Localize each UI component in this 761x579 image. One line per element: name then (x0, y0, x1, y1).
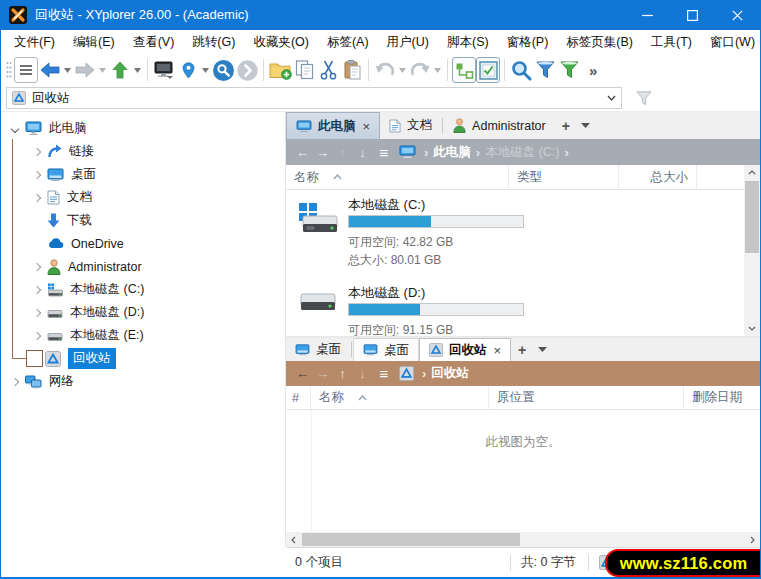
title-bar[interactable]: 回收站 - XYplorer 26.00 - (Academic) (1, 0, 760, 30)
column-header-delete-date[interactable]: 删除日期 (684, 386, 760, 409)
tab-administrator[interactable]: Administrator (444, 112, 555, 139)
tree-item-network[interactable]: 网络 (1, 370, 285, 393)
find-button[interactable] (211, 57, 235, 83)
scroll-up-arrow[interactable] (744, 165, 760, 180)
menu-user[interactable]: 用户(U) (378, 34, 438, 51)
forward-button[interactable] (73, 57, 97, 83)
tab-recycle-bin[interactable]: 回收站 × (419, 338, 511, 361)
chevron-collapsed-icon[interactable] (29, 287, 45, 293)
tab-close-icon[interactable]: × (363, 119, 371, 134)
bottom-horizontal-scrollbar[interactable] (286, 532, 760, 547)
menu-window[interactable]: 窗口(W) (701, 34, 761, 51)
minimize-button[interactable] (625, 0, 670, 30)
tree-item-recycle-bin[interactable]: 回收站 (1, 347, 285, 370)
chevron-collapsed-icon[interactable] (29, 172, 45, 178)
toolbar-menu-button[interactable] (14, 57, 38, 83)
redo-button[interactable] (408, 57, 432, 83)
new-tab-button[interactable]: + (555, 112, 577, 139)
new-tab-button[interactable]: + (511, 338, 533, 361)
crumb-back-button[interactable]: ← (293, 366, 312, 381)
address-value[interactable]: 回收站 (32, 90, 607, 107)
column-header-total-size[interactable]: 总大小 (619, 165, 697, 189)
maximize-button[interactable] (670, 0, 715, 30)
scroll-right-arrow[interactable] (745, 532, 760, 547)
back-dropdown[interactable] (62, 57, 73, 83)
crumb-up-button[interactable]: ↑ (333, 366, 352, 381)
tab-desktop-1[interactable]: 桌面 (286, 338, 350, 361)
tree-item-this-pc[interactable]: 此电脑 (1, 117, 285, 140)
chevron-collapsed-icon[interactable] (29, 149, 45, 155)
menu-panes[interactable]: 窗格(P) (498, 34, 558, 51)
back-button[interactable] (38, 57, 62, 83)
menu-go[interactable]: 跳转(G) (183, 34, 244, 51)
pin-dropdown[interactable] (200, 57, 211, 83)
tab-list-dropdown[interactable] (577, 112, 595, 139)
crumb-menu-button[interactable]: ≡ (373, 144, 395, 161)
paste-button[interactable] (340, 57, 364, 83)
recycle-bin-icon[interactable] (399, 366, 414, 381)
tree-toggle-button[interactable] (452, 57, 476, 83)
scroll-left-arrow[interactable] (286, 532, 301, 547)
tab-desktop-2[interactable]: 桌面 (353, 338, 419, 361)
column-header-type[interactable]: 类型 (509, 165, 619, 189)
cut-button[interactable] (316, 57, 340, 83)
chevron-collapsed-icon[interactable] (29, 264, 45, 270)
chevron-collapsed-icon[interactable] (29, 310, 45, 316)
toolbar-overflow-button[interactable]: » (583, 62, 603, 79)
column-header-original-location[interactable]: 原位置 (489, 386, 684, 409)
address-dropdown-icon[interactable] (607, 95, 616, 101)
tree-item-drive-e[interactable]: 本地磁盘 (E:) (1, 324, 285, 347)
redo-dropdown[interactable] (432, 57, 443, 83)
location-pin-button[interactable] (176, 57, 200, 83)
search-button[interactable] (509, 57, 533, 83)
undo-button[interactable] (373, 57, 397, 83)
crumb-segment-recycle-bin[interactable]: 回收站 (431, 365, 469, 382)
computer-icon[interactable] (399, 145, 416, 159)
tab-close-icon[interactable]: × (494, 343, 502, 358)
tree-item-administrator[interactable]: Administrator (1, 255, 285, 278)
tree-item-drive-c[interactable]: 本地磁盘 (C:) (1, 278, 285, 301)
chevron-collapsed-icon[interactable] (29, 195, 45, 201)
top-vertical-scrollbar[interactable] (744, 165, 760, 336)
copy-button[interactable] (292, 57, 316, 83)
menu-tabsets[interactable]: 标签页集(B) (557, 34, 642, 51)
crumb-down-button[interactable]: ↓ (353, 366, 372, 381)
tree-item-links[interactable]: 链接 (1, 140, 285, 163)
menu-scripting[interactable]: 脚本(S) (438, 34, 498, 51)
crumb-forward-button[interactable]: → (313, 366, 332, 381)
address-bar[interactable]: 回收站 (6, 87, 622, 109)
menu-favorites[interactable]: 收藏夹(O) (244, 34, 318, 51)
menu-tools[interactable]: 工具(T) (642, 34, 701, 51)
chevron-collapsed-icon[interactable] (29, 333, 45, 339)
up-button[interactable] (108, 57, 132, 83)
tab-documents[interactable]: 文档 (380, 112, 441, 139)
go-to-computer-button[interactable] (152, 57, 176, 83)
scroll-thumb[interactable] (745, 181, 759, 253)
tree-item-drive-d[interactable]: 本地磁盘 (D:) (1, 301, 285, 324)
tab-list-dropdown[interactable] (533, 338, 551, 361)
forward-dropdown[interactable] (97, 57, 108, 83)
drive-row-c[interactable]: 本地磁盘 (C:) 可用空间: 42.82 GB 总大小: 80.01 GB (286, 190, 726, 278)
tab-this-pc[interactable]: 此电脑 × (286, 112, 380, 139)
tree-item-downloads[interactable]: 下载 (1, 209, 285, 232)
scroll-thumb[interactable] (302, 533, 520, 546)
crumb-segment-drive-c[interactable]: 本地磁盘 (C:) (485, 144, 559, 161)
crumb-menu-button[interactable]: ≡ (373, 365, 395, 382)
crumb-down-button[interactable]: ↓ (353, 145, 372, 160)
chevron-collapsed-icon[interactable] (7, 379, 23, 385)
chevron-expanded-icon[interactable] (7, 126, 23, 132)
tree-item-desktop[interactable]: 桌面 (1, 163, 285, 186)
menu-file[interactable]: 文件(F) (5, 34, 64, 51)
tree-item-onedrive[interactable]: OneDrive (1, 232, 285, 255)
close-button[interactable] (715, 0, 760, 30)
visual-filter-button[interactable] (557, 57, 581, 83)
menu-view[interactable]: 查看(V) (124, 34, 184, 51)
tree-checkbox[interactable] (26, 350, 43, 367)
crumb-segment-this-pc[interactable]: 此电脑 (433, 144, 471, 161)
crumb-back-button[interactable]: ← (293, 145, 312, 160)
up-dropdown[interactable] (132, 57, 143, 83)
column-header-name[interactable]: 名称 (311, 386, 489, 409)
drive-row-d[interactable]: 本地磁盘 (D:) 可用空间: 91.15 GB (286, 278, 726, 336)
scroll-down-arrow[interactable] (744, 321, 760, 336)
checkbox-toggle-button[interactable] (476, 57, 500, 83)
